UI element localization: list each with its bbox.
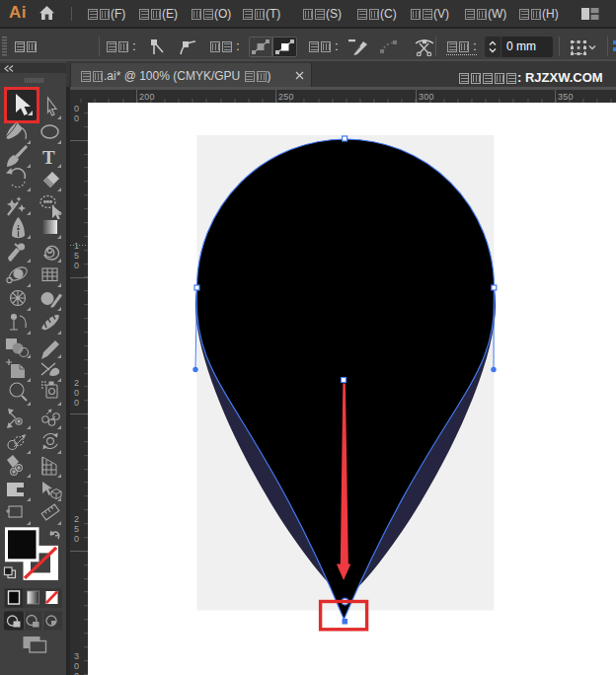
svg-text:T: T (42, 147, 55, 168)
